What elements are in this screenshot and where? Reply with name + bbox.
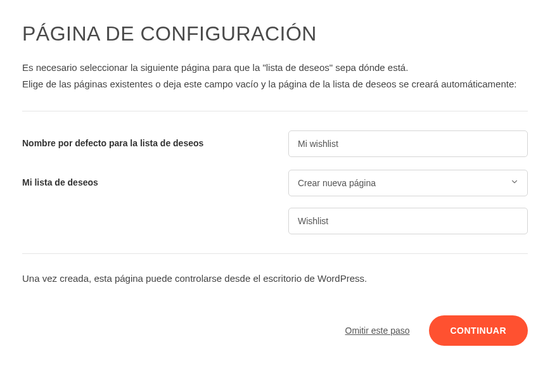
footer-text: Una vez creada, esta página puede contro… [22,254,528,315]
wishlist-page-select[interactable]: Crear nueva página [288,170,528,196]
continue-button[interactable]: CONTINUAR [429,315,528,346]
description-line-2: Elige de las páginas existentes o deja e… [22,76,528,92]
actions-row: Omitir este paso CONTINUAR [22,315,528,346]
description-line-1: Es necesario seleccionar la siguiente pá… [22,60,528,76]
form-row-default-name: Nombre por defecto para la lista de dese… [22,130,528,157]
form-row-wishlist-page: Mi lista de deseos Crear nueva página [22,170,528,234]
form-section: Nombre por defecto para la lista de dese… [22,111,528,253]
default-name-input[interactable] [288,130,528,157]
default-name-label: Nombre por defecto para la lista de dese… [22,130,288,148]
page-description: Es necesario seleccionar la siguiente pá… [22,60,528,92]
wishlist-page-label: Mi lista de deseos [22,170,288,187]
wishlist-page-select-wrap: Crear nueva página [288,170,528,196]
skip-link[interactable]: Omitir este paso [345,326,410,336]
page-title: PÁGINA DE CONFIGURACIÓN [22,22,528,46]
wishlist-page-name-input[interactable] [288,208,528,234]
